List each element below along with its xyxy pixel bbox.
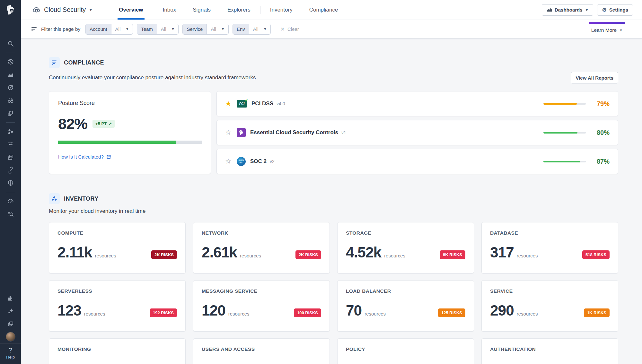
inventory-card[interactable]: LOAD BALANCER 70 resources 125 RISKS [337,280,474,332]
tab-inbox[interactable]: Inbox [154,0,185,20]
inventory-card-title: MESSAGING SERVICE [202,288,321,294]
tab-inventory[interactable]: Inventory [262,0,301,20]
filter-team[interactable]: Team All▼ [137,24,179,35]
inventory-title: INVENTORY [64,195,99,202]
framework-progress-bar [543,103,586,105]
star-icon[interactable]: ☆ [225,129,233,136]
settings-button[interactable]: ⚙ Settings [597,4,633,16]
metrics-chart-icon[interactable] [4,68,17,81]
chevron-down-icon: ▼ [221,27,224,31]
how-calculated-link[interactable]: How Is It Calculated? [58,154,202,160]
filter-account[interactable]: Account All▼ [85,24,133,35]
gauge-icon[interactable] [4,195,17,208]
layers-icon[interactable] [4,107,17,120]
inventory-card-title: POLICY [346,346,465,352]
learn-more-label: Learn More [591,27,617,33]
log-filter-icon[interactable] [4,138,17,151]
posture-progress-fill [58,141,176,144]
framework-row[interactable]: ☆ AICPASOC SOC 2 v2 87% [216,149,618,174]
history-icon[interactable] [4,56,17,68]
link-icon[interactable] [4,164,17,177]
inventory-card-title: LOAD BALANCER [346,288,465,294]
puzzle-integrations-icon[interactable] [4,292,17,305]
framework-progress-fill [543,103,577,105]
inventory-card[interactable]: COMPUTE 2.11k resources 2K RISKS [49,222,186,273]
filter-service-name: Service [183,24,207,34]
inventory-card[interactable]: SERVERLESS 123 resources 192 RISKS [49,280,186,332]
framework-progress-bar [543,132,586,134]
star-icon[interactable]: ☆ [225,158,233,165]
inventory-card[interactable]: DATABASE 317 resources 518 RISKS [481,222,618,273]
posture-score-value: 82% [58,115,87,133]
tab-overview[interactable]: Overview [110,0,152,20]
inventory-card[interactable]: POLICY [337,338,474,364]
inventory-card[interactable]: STORAGE 4.52k resources 8K RISKS [337,222,474,273]
inventory-card-title: USERS AND ACCESS [202,346,321,352]
risk-count-badge[interactable]: 125 RISKS [438,308,465,317]
chevron-down-icon: ▼ [619,28,623,32]
inventory-card-title: MONITORING [57,346,177,352]
learn-more-button[interactable]: Learn More ▼ [591,25,623,33]
dashboards-button[interactable]: Dashboards ▼ [542,4,594,16]
inventory-card-count: 317 [490,244,514,261]
clear-filters-button[interactable]: ✕ Clear [280,26,299,32]
view-all-reports-button[interactable]: View All Reports [571,72,618,83]
filter-env[interactable]: Env All▼ [233,24,271,35]
inventory-card[interactable]: USERS AND ACCESS [193,338,330,364]
star-icon[interactable]: ★ [225,100,233,107]
risk-count-badge[interactable]: 192 RISKS [150,308,177,317]
filter-bar: Filter this page by Account All▼ Team Al… [21,20,642,39]
inventory-card-count: 4.52k [346,244,381,261]
help-label: Help [6,355,15,360]
security-shield-icon[interactable] [4,177,17,189]
inventory-card-count: 120 [202,302,225,319]
framework-logo [237,128,246,137]
risk-count-badge[interactable]: 100 RISKS [294,308,321,317]
risk-count-badge[interactable]: 8K RISKS [440,250,465,259]
audit-search-icon[interactable] [4,208,17,221]
tab-compliance[interactable]: Compliance [301,0,347,20]
framework-row[interactable]: ☆ Essential Cloud Security Controls v1 8… [216,120,618,145]
help-button[interactable]: ? Help [0,343,21,364]
tab-signals[interactable]: Signals [184,0,219,20]
inventory-card-count: 123 [57,302,81,319]
filter-team-value: All [161,26,166,32]
hexagons-icon[interactable] [4,125,17,138]
posture-progress-bar [58,141,202,144]
inventory-card[interactable]: MONITORING [49,338,186,364]
inventory-card-unit: resources [365,311,386,316]
risk-count-badge[interactable]: 1K RISKS [584,308,610,317]
filter-service[interactable]: Service All▼ [182,24,229,35]
filter-account-value: All [115,26,121,32]
framework-row[interactable]: ★ PCI✓ PCI DSS v4.0 79% [216,91,618,116]
inventory-card-unit: resources [228,311,250,316]
inventory-card-title: COMPUTE [57,230,177,236]
copy-workspaces-icon[interactable] [4,317,17,330]
user-avatar[interactable] [4,330,17,343]
product-switcher[interactable]: Cloud Security ▼ [32,5,92,14]
help-icon: ? [9,347,12,354]
tab-explorers[interactable]: Explorers [219,0,259,20]
risk-count-badge[interactable]: 2K RISKS [295,250,321,259]
inventory-card[interactable]: SERVICE 290 resources 1K RISKS [481,280,618,332]
inventory-card-count: 70 [346,302,362,319]
search-icon[interactable] [4,37,17,50]
tab-divider [153,6,153,14]
windows-rum-icon[interactable] [4,151,17,164]
inventory-card-title: NETWORK [202,230,321,236]
framework-score: 79% [593,100,610,108]
inventory-card[interactable]: MESSAGING SERVICE 120 resources 100 RISK… [193,280,330,332]
datadog-logo[interactable] [0,0,21,20]
compliance-title: COMPLIANCE [64,59,104,66]
chevron-down-icon: ▼ [89,8,92,12]
inventory-card[interactable]: NETWORK 2.61k resources 2K RISKS [193,222,330,273]
clear-label: Clear [287,26,299,32]
monitors-target-icon[interactable] [4,81,17,94]
risk-count-badge[interactable]: 2K RISKS [151,250,177,259]
watchdog-binoculars-icon[interactable] [4,94,17,107]
inventory-card[interactable]: AUTHENTICATION [481,338,618,364]
sparkles-icon[interactable] [4,305,17,317]
risk-count-badge[interactable]: 518 RISKS [582,250,610,259]
chevron-down-icon: ▼ [171,27,174,31]
posture-score-title: Posture Score [58,100,202,107]
